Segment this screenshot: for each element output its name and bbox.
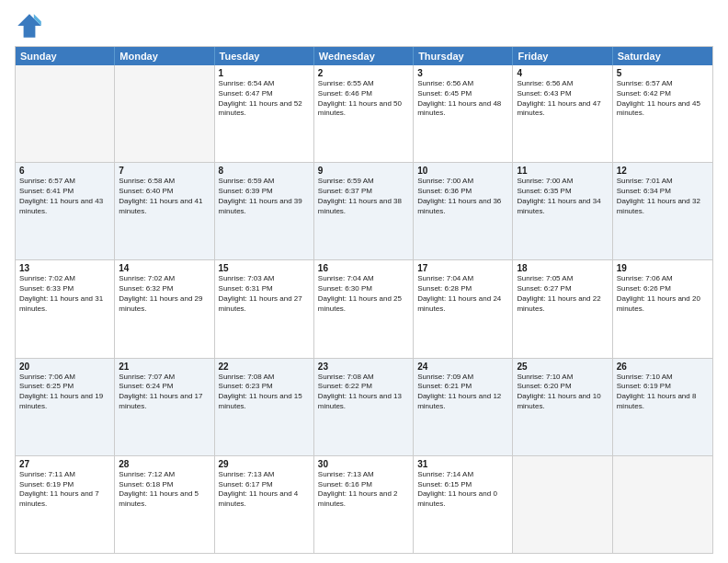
weekday-header-sunday: Sunday	[16, 47, 115, 65]
cell-info: Sunrise: 7:01 AM Sunset: 6:34 PM Dayligh…	[617, 177, 709, 216]
day-number: 1	[219, 68, 310, 78]
calendar-row-4: 27Sunrise: 7:11 AM Sunset: 6:19 PM Dayli…	[16, 456, 712, 553]
cell-info: Sunrise: 7:10 AM Sunset: 6:20 PM Dayligh…	[517, 373, 608, 412]
weekday-header-monday: Monday	[115, 47, 214, 65]
cell-info: Sunrise: 7:08 AM Sunset: 6:23 PM Dayligh…	[219, 373, 310, 412]
cell-info: Sunrise: 6:58 AM Sunset: 6:40 PM Dayligh…	[119, 177, 210, 216]
cell-info: Sunrise: 7:04 AM Sunset: 6:28 PM Dayligh…	[417, 274, 508, 314]
cell-info: Sunrise: 7:00 AM Sunset: 6:35 PM Dayligh…	[517, 177, 608, 216]
cell-info: Sunrise: 7:11 AM Sunset: 6:19 PM Dayligh…	[19, 470, 110, 510]
cell-info: Sunrise: 6:56 AM Sunset: 6:45 PM Dayligh…	[417, 79, 508, 119]
cell-info: Sunrise: 7:14 AM Sunset: 6:15 PM Dayligh…	[417, 470, 508, 510]
day-number: 8	[219, 166, 310, 176]
day-number: 12	[617, 166, 709, 176]
day-number: 29	[219, 459, 310, 469]
calendar-cell-2-2: 15Sunrise: 7:03 AM Sunset: 6:31 PM Dayli…	[215, 260, 314, 357]
day-number: 2	[318, 68, 409, 78]
calendar-cell-1-4: 10Sunrise: 7:00 AM Sunset: 6:36 PM Dayli…	[414, 163, 513, 259]
cell-info: Sunrise: 7:05 AM Sunset: 6:27 PM Dayligh…	[517, 274, 608, 314]
day-number: 31	[417, 459, 508, 469]
calendar-cell-3-0: 20Sunrise: 7:06 AM Sunset: 6:25 PM Dayli…	[16, 359, 115, 455]
calendar-row-0: 1Sunrise: 6:54 AM Sunset: 6:47 PM Daylig…	[16, 65, 712, 163]
calendar-body: 1Sunrise: 6:54 AM Sunset: 6:47 PM Daylig…	[16, 65, 712, 553]
day-number: 16	[318, 263, 409, 273]
weekday-header-saturday: Saturday	[613, 47, 712, 65]
calendar-cell-3-6: 26Sunrise: 7:10 AM Sunset: 6:19 PM Dayli…	[613, 359, 712, 455]
weekday-header-tuesday: Tuesday	[215, 47, 314, 65]
calendar-cell-3-3: 23Sunrise: 7:08 AM Sunset: 6:22 PM Dayli…	[314, 359, 414, 455]
day-number: 30	[318, 459, 409, 469]
day-number: 23	[318, 362, 409, 372]
day-number: 28	[119, 459, 210, 469]
logo-icon	[15, 11, 44, 40]
day-number: 19	[617, 263, 709, 273]
calendar-cell-2-1: 14Sunrise: 7:02 AM Sunset: 6:32 PM Dayli…	[115, 260, 214, 357]
page: SundayMondayTuesdayWednesdayThursdayFrid…	[0, 0, 728, 563]
calendar-header: SundayMondayTuesdayWednesdayThursdayFrid…	[16, 47, 712, 65]
cell-info: Sunrise: 6:56 AM Sunset: 6:43 PM Dayligh…	[517, 79, 608, 119]
calendar-row-2: 13Sunrise: 7:02 AM Sunset: 6:33 PM Dayli…	[16, 260, 712, 358]
cell-info: Sunrise: 6:55 AM Sunset: 6:46 PM Dayligh…	[318, 79, 409, 119]
day-number: 5	[617, 68, 709, 78]
cell-info: Sunrise: 7:06 AM Sunset: 6:26 PM Dayligh…	[617, 274, 709, 314]
svg-marker-0	[17, 14, 41, 38]
cell-info: Sunrise: 6:57 AM Sunset: 6:41 PM Dayligh…	[19, 177, 110, 216]
day-number: 14	[119, 263, 210, 273]
day-number: 26	[617, 362, 709, 372]
day-number: 21	[119, 362, 210, 372]
calendar-row-3: 20Sunrise: 7:06 AM Sunset: 6:25 PM Dayli…	[16, 359, 712, 456]
day-number: 13	[19, 263, 110, 273]
cell-info: Sunrise: 7:02 AM Sunset: 6:33 PM Dayligh…	[19, 274, 110, 314]
day-number: 7	[119, 166, 210, 176]
calendar-cell-2-0: 13Sunrise: 7:02 AM Sunset: 6:33 PM Dayli…	[16, 260, 115, 357]
calendar-cell-2-6: 19Sunrise: 7:06 AM Sunset: 6:26 PM Dayli…	[613, 260, 712, 357]
calendar-cell-0-5: 4Sunrise: 6:56 AM Sunset: 6:43 PM Daylig…	[513, 65, 612, 162]
cell-info: Sunrise: 7:10 AM Sunset: 6:19 PM Dayligh…	[617, 373, 709, 412]
day-number: 4	[517, 68, 608, 78]
weekday-header-wednesday: Wednesday	[314, 47, 414, 65]
day-number: 11	[517, 166, 608, 176]
calendar-cell-2-5: 18Sunrise: 7:05 AM Sunset: 6:27 PM Dayli…	[513, 260, 612, 357]
weekday-header-thursday: Thursday	[414, 47, 513, 65]
day-number: 6	[19, 166, 110, 176]
calendar-cell-0-6: 5Sunrise: 6:57 AM Sunset: 6:42 PM Daylig…	[613, 65, 712, 162]
cell-info: Sunrise: 7:04 AM Sunset: 6:30 PM Dayligh…	[318, 274, 409, 314]
cell-info: Sunrise: 6:54 AM Sunset: 6:47 PM Dayligh…	[219, 79, 310, 119]
cell-info: Sunrise: 7:13 AM Sunset: 6:16 PM Dayligh…	[318, 470, 409, 510]
calendar: SundayMondayTuesdayWednesdayThursdayFrid…	[15, 46, 713, 554]
cell-info: Sunrise: 7:03 AM Sunset: 6:31 PM Dayligh…	[219, 274, 310, 314]
calendar-cell-2-3: 16Sunrise: 7:04 AM Sunset: 6:30 PM Dayli…	[314, 260, 414, 357]
calendar-cell-4-3: 30Sunrise: 7:13 AM Sunset: 6:16 PM Dayli…	[314, 456, 414, 553]
calendar-cell-4-1: 28Sunrise: 7:12 AM Sunset: 6:18 PM Dayli…	[115, 456, 214, 553]
calendar-cell-4-6	[613, 456, 712, 553]
calendar-cell-1-3: 9Sunrise: 6:59 AM Sunset: 6:37 PM Daylig…	[314, 163, 414, 259]
header	[15, 11, 713, 40]
day-number: 18	[517, 263, 608, 273]
cell-info: Sunrise: 7:00 AM Sunset: 6:36 PM Dayligh…	[417, 177, 508, 216]
day-number: 9	[318, 166, 409, 176]
cell-info: Sunrise: 7:07 AM Sunset: 6:24 PM Dayligh…	[119, 373, 210, 412]
day-number: 15	[219, 263, 310, 273]
calendar-cell-1-1: 7Sunrise: 6:58 AM Sunset: 6:40 PM Daylig…	[115, 163, 214, 259]
day-number: 17	[417, 263, 508, 273]
day-number: 10	[417, 166, 508, 176]
day-number: 24	[417, 362, 508, 372]
cell-info: Sunrise: 7:06 AM Sunset: 6:25 PM Dayligh…	[19, 373, 110, 412]
calendar-cell-4-2: 29Sunrise: 7:13 AM Sunset: 6:17 PM Dayli…	[215, 456, 314, 553]
calendar-cell-3-5: 25Sunrise: 7:10 AM Sunset: 6:20 PM Dayli…	[513, 359, 612, 455]
calendar-cell-4-4: 31Sunrise: 7:14 AM Sunset: 6:15 PM Dayli…	[414, 456, 513, 553]
day-number: 22	[219, 362, 310, 372]
calendar-cell-4-0: 27Sunrise: 7:11 AM Sunset: 6:19 PM Dayli…	[16, 456, 115, 553]
calendar-cell-3-2: 22Sunrise: 7:08 AM Sunset: 6:23 PM Dayli…	[215, 359, 314, 455]
calendar-cell-0-2: 1Sunrise: 6:54 AM Sunset: 6:47 PM Daylig…	[215, 65, 314, 162]
calendar-cell-0-3: 2Sunrise: 6:55 AM Sunset: 6:46 PM Daylig…	[314, 65, 414, 162]
day-number: 3	[417, 68, 508, 78]
logo	[15, 11, 48, 40]
calendar-cell-0-1	[115, 65, 214, 162]
cell-info: Sunrise: 7:08 AM Sunset: 6:22 PM Dayligh…	[318, 373, 409, 412]
calendar-cell-2-4: 17Sunrise: 7:04 AM Sunset: 6:28 PM Dayli…	[414, 260, 513, 357]
cell-info: Sunrise: 7:09 AM Sunset: 6:21 PM Dayligh…	[417, 373, 508, 412]
cell-info: Sunrise: 6:59 AM Sunset: 6:37 PM Dayligh…	[318, 177, 409, 216]
calendar-cell-0-4: 3Sunrise: 6:56 AM Sunset: 6:45 PM Daylig…	[414, 65, 513, 162]
cell-info: Sunrise: 6:57 AM Sunset: 6:42 PM Dayligh…	[617, 79, 709, 119]
